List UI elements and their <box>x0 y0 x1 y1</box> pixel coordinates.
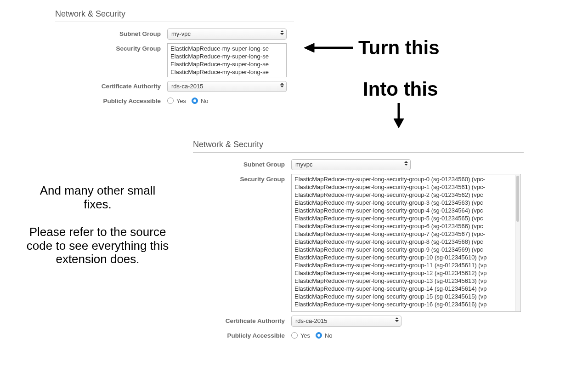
list-option[interactable]: ElasticMapReduce-my-super-long-security-… <box>294 183 519 191</box>
select-value: rds-ca-2015 <box>291 316 401 327</box>
svg-marker-1 <box>304 43 314 52</box>
select-subnet-group-after[interactable]: myvpc <box>291 159 411 170</box>
annotation-side-text: And many other small fixes. Please refer… <box>25 184 170 266</box>
scrollbar[interactable] <box>515 175 520 311</box>
label-cert-authority: Certificate Authority <box>193 316 291 324</box>
updown-caret-icon <box>280 30 284 35</box>
select-value: rds-ca-2015 <box>167 81 287 92</box>
list-option[interactable]: ElasticMapReduce-my-super-long-security-… <box>294 261 519 269</box>
row-subnet-group-after: Subnet Group myvpc <box>193 159 524 170</box>
label-subnet-group: Subnet Group <box>193 159 291 168</box>
list-option[interactable]: ElasticMapReduce-my-super-long-security-… <box>294 191 519 199</box>
list-option[interactable]: ElasticMapReduce-my-super-long-security-… <box>294 246 519 253</box>
list-option[interactable]: ElasticMapReduce-my-super-long-security-… <box>294 285 519 293</box>
label-subnet-group: Subnet Group <box>55 29 167 37</box>
list-option[interactable]: ElasticMapReduce-my-super-long-security-… <box>294 222 519 230</box>
annotation-turn-this: Turn this <box>358 37 440 59</box>
radio-no-label: No <box>201 98 209 104</box>
row-cert-authority-before: Certificate Authority rds-ca-2015 <box>55 81 294 92</box>
row-subnet-group-before: Subnet Group my-vpc <box>55 29 294 40</box>
select-value: myvpc <box>291 159 411 170</box>
after-panel: Network & Security Subnet Group myvpc Se… <box>193 138 524 343</box>
section-heading-after: Network & Security <box>193 138 524 153</box>
radio-no-label: No <box>325 332 333 339</box>
list-option[interactable]: ElasticMapReduce-my-super-long-security-… <box>294 293 519 300</box>
row-cert-authority-after: Certificate Authority rds-ca-2015 <box>193 316 524 327</box>
label-security-group: Security Group <box>193 174 291 183</box>
list-option[interactable]: ElasticMapReduce-my-super-long-security-… <box>294 269 519 277</box>
scroll-thumb[interactable] <box>516 176 519 222</box>
row-security-group-after: Security Group ElasticMapReduce-my-super… <box>193 174 524 312</box>
radio-yes-label: Yes <box>300 332 310 339</box>
list-option[interactable]: ElasticMapReduce-my-super-long-se <box>170 52 284 60</box>
list-option[interactable]: ElasticMapReduce-my-super-long-security-… <box>294 253 519 261</box>
label-public-access: Publicly Accessible <box>55 96 167 104</box>
row-public-access-after: Publicly Accessible Yes No <box>193 330 524 339</box>
select-cert-authority-after[interactable]: rds-ca-2015 <box>291 316 401 327</box>
listbox-security-group-before[interactable]: ElasticMapReduce-my-super-long-seElastic… <box>167 43 287 77</box>
list-option[interactable]: ElasticMapReduce-my-super-long-se <box>170 60 284 68</box>
select-cert-authority-before[interactable]: rds-ca-2015 <box>167 81 287 92</box>
radio-yes-label: Yes <box>176 98 186 104</box>
list-option[interactable]: ElasticMapReduce-my-super-long-security-… <box>294 199 519 207</box>
annotation-into-this: Into this <box>363 78 438 100</box>
radio-yes[interactable] <box>291 332 298 339</box>
list-option[interactable]: ElasticMapReduce-my-super-long-security-… <box>294 175 519 183</box>
list-option[interactable]: ElasticMapReduce-my-super-long-se <box>170 68 284 76</box>
row-security-group-before: Security Group ElasticMapReduce-my-super… <box>55 43 294 77</box>
list-option[interactable]: ElasticMapReduce-my-super-long-security-… <box>294 207 519 214</box>
list-option[interactable]: ElasticMapReduce-my-super-long-security-… <box>294 300 519 308</box>
radio-no[interactable] <box>316 332 322 339</box>
row-public-access-before: Publicly Accessible Yes No <box>55 96 294 104</box>
list-option[interactable]: ElasticMapReduce-my-super-long-security-… <box>294 230 519 238</box>
updown-caret-icon <box>404 161 408 166</box>
section-heading-before: Network & Security <box>55 7 294 22</box>
list-option[interactable]: ElasticMapReduce-my-super-long-security-… <box>294 214 519 222</box>
radio-yes[interactable] <box>167 98 174 104</box>
list-option[interactable]: ElasticMapReduce-my-super-long-security-… <box>294 277 519 285</box>
label-cert-authority: Certificate Authority <box>55 81 167 90</box>
arrow-down-icon <box>392 102 406 130</box>
select-value: my-vpc <box>167 29 287 40</box>
listbox-security-group-after[interactable]: ElasticMapReduce-my-super-long-security-… <box>291 174 521 312</box>
updown-caret-icon <box>395 317 399 322</box>
select-subnet-group-before[interactable]: my-vpc <box>167 29 287 40</box>
radio-no[interactable] <box>192 98 198 104</box>
label-public-access: Publicly Accessible <box>193 330 291 339</box>
label-security-group: Security Group <box>55 43 167 52</box>
arrow-left-icon <box>303 42 354 55</box>
updown-caret-icon <box>280 83 284 87</box>
list-option[interactable]: ElasticMapReduce-my-super-long-security-… <box>294 238 519 246</box>
list-option[interactable]: ElasticMapReduce-my-super-long-se <box>170 45 284 52</box>
before-panel: Network & Security Subnet Group my-vpc S… <box>55 7 294 108</box>
svg-marker-3 <box>394 119 404 128</box>
